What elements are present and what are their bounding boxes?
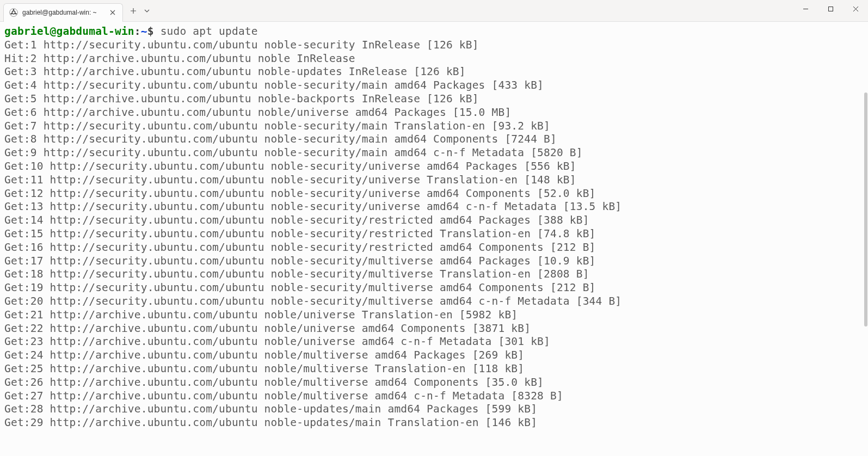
prompt-dollar: $ [147,25,154,38]
prompt-line: gabriel@gabdumal-win:~$ sudo apt update [4,25,864,39]
output-line: Get:8 http://security.ubuntu.com/ubuntu … [4,133,864,146]
output-line: Get:29 http://archive.ubuntu.com/ubuntu … [4,416,864,430]
svg-point-1 [13,9,15,11]
output-line: Get:12 http://security.ubuntu.com/ubuntu… [4,187,864,201]
window-controls [793,0,868,22]
output-line: Get:27 http://archive.ubuntu.com/ubuntu … [4,390,864,403]
prompt-colon: : [134,25,141,38]
output-line: Get:14 http://security.ubuntu.com/ubuntu… [4,214,864,227]
output-line: Get:18 http://security.ubuntu.com/ubuntu… [4,268,864,281]
prompt-command: sudo apt update [154,25,258,38]
output-line: Get:1 http://security.ubuntu.com/ubuntu … [4,39,864,52]
prompt-user-host: gabriel@gabdumal-win [4,25,134,38]
minimize-button[interactable] [793,0,818,17]
output-line: Get:26 http://archive.ubuntu.com/ubuntu … [4,376,864,390]
output-line: Get:13 http://security.ubuntu.com/ubuntu… [4,200,864,214]
scrollbar-thumb[interactable] [864,93,867,326]
output-line: Get:10 http://security.ubuntu.com/ubuntu… [4,160,864,174]
output-line: Get:7 http://security.ubuntu.com/ubuntu … [4,120,864,133]
output-line: Get:25 http://archive.ubuntu.com/ubuntu … [4,362,864,376]
output-line: Get:21 http://archive.ubuntu.com/ubuntu … [4,309,864,322]
close-tab-button[interactable] [108,8,117,17]
output-line: Get:28 http://archive.ubuntu.com/ubuntu … [4,403,864,416]
output-line: Get:19 http://security.ubuntu.com/ubuntu… [4,281,864,295]
scrollbar-track[interactable] [863,33,867,451]
close-window-button[interactable] [843,0,868,17]
terminal-output[interactable]: gabriel@gabdumal-win:~$ sudo apt update … [0,22,868,456]
output-line: Get:4 http://security.ubuntu.com/ubuntu … [4,79,864,93]
output-line: Get:22 http://archive.ubuntu.com/ubuntu … [4,322,864,336]
svg-rect-5 [828,7,833,11]
output-line: Get:23 http://archive.ubuntu.com/ubuntu … [4,335,864,349]
output-line: Get:3 http://archive.ubuntu.com/ubuntu n… [4,65,864,79]
output-line: Get:11 http://security.ubuntu.com/ubuntu… [4,174,864,187]
terminal-tab[interactable]: gabriel@gabdumal-win: ~ [3,3,123,22]
new-tab-button[interactable] [125,3,141,19]
output-line: Get:20 http://security.ubuntu.com/ubuntu… [4,295,864,309]
prompt-path: ~ [141,25,147,38]
tab-dropdown-button[interactable] [141,3,152,19]
tab-title: gabriel@gabdumal-win: ~ [22,9,104,16]
svg-point-3 [15,13,17,15]
output-line: Get:24 http://archive.ubuntu.com/ubuntu … [4,349,864,362]
maximize-button[interactable] [818,0,843,17]
output-line: Get:17 http://security.ubuntu.com/ubuntu… [4,255,864,268]
output-line: Get:6 http://archive.ubuntu.com/ubuntu n… [4,106,864,120]
output-line: Get:16 http://security.ubuntu.com/ubuntu… [4,241,864,255]
output-line: Get:9 http://security.ubuntu.com/ubuntu … [4,146,864,160]
window-titlebar: gabriel@gabdumal-win: ~ [0,0,868,22]
output-line: Hit:2 http://archive.ubuntu.com/ubuntu n… [4,52,864,66]
ubuntu-icon [9,8,18,17]
output-line: Get:15 http://security.ubuntu.com/ubuntu… [4,227,864,241]
output-line: Get:5 http://archive.ubuntu.com/ubuntu n… [4,93,864,106]
svg-point-2 [10,13,12,15]
